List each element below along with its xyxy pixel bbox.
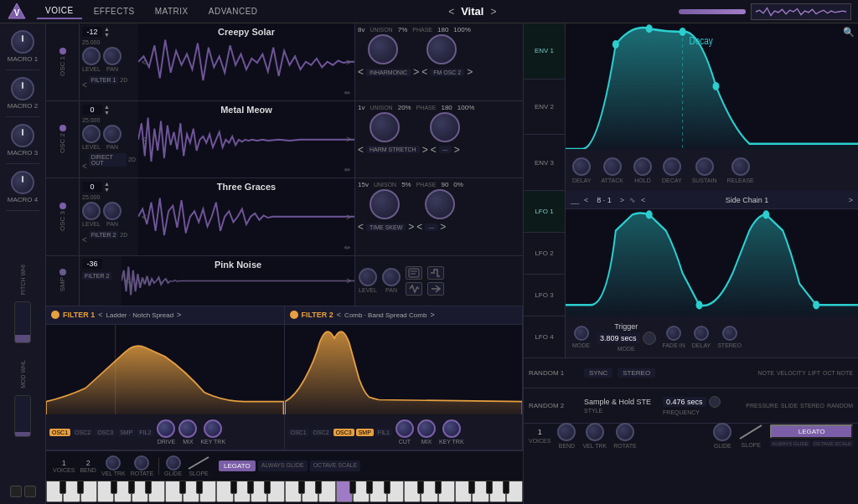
glide-knob[interactable] <box>166 455 181 471</box>
osc1-phase-knob[interactable] <box>426 34 457 64</box>
smp-pitch-val[interactable]: -36 <box>82 259 102 269</box>
lfo-rate-left[interactable]: < <box>584 196 588 204</box>
osc2-enable[interactable] <box>59 125 66 131</box>
piano-key-as4[interactable] <box>503 481 509 494</box>
piano-key-as1[interactable] <box>145 481 152 494</box>
random2-freq-dial[interactable] <box>709 396 721 408</box>
filter2-src-fil1[interactable]: FIL1 <box>375 429 392 436</box>
random1-stereo-btn[interactable]: STEREO <box>618 368 655 378</box>
piano-keyboard[interactable] <box>46 481 523 504</box>
piano-key-cs2[interactable] <box>179 481 186 494</box>
midi-legato-btn[interactable]: LEGATO <box>770 424 853 439</box>
osc2-edit-icon[interactable]: ✏ <box>344 166 351 174</box>
osc3-tag1-left[interactable]: < <box>358 221 364 233</box>
osc3-tag2-right[interactable]: > <box>440 221 446 233</box>
piano-key-ds3[interactable] <box>315 481 322 494</box>
smp-icon3[interactable] <box>427 266 444 280</box>
env-decay-knob[interactable] <box>663 157 681 176</box>
macro1-knob[interactable] <box>11 30 34 54</box>
smp-wave-left[interactable]: < <box>125 276 130 285</box>
osc3-pan-knob[interactable] <box>103 202 121 220</box>
midi-glide-knob[interactable] <box>713 423 731 441</box>
filter2-graph[interactable] <box>285 325 523 415</box>
random1-lift[interactable]: LIFT <box>809 370 820 376</box>
filter2-src-osc2[interactable]: OSC2 <box>311 429 332 436</box>
filter2-cut-knob[interactable] <box>395 419 414 438</box>
midi-slope-icon[interactable] <box>738 424 763 440</box>
lfo-stereo-knob[interactable] <box>722 326 737 341</box>
filter1-type-right[interactable]: > <box>177 311 181 319</box>
piano-key-fs4[interactable] <box>468 481 475 494</box>
osc1-unison-knob[interactable] <box>368 34 398 64</box>
midi-bend-knob[interactable] <box>557 423 576 441</box>
osc1-tag1[interactable]: INHARMONIC <box>366 69 411 76</box>
piano-key-as3[interactable] <box>384 481 390 494</box>
filter1-keytrk-knob[interactable] <box>204 419 222 438</box>
smp-waveform-area[interactable]: Pink Noise < > <box>121 256 355 306</box>
filter1-src-osc3[interactable]: OSC3 <box>95 429 116 436</box>
osc1-wave-left[interactable]: < <box>142 57 147 66</box>
lfo-delay-knob[interactable] <box>694 326 709 341</box>
osc2-pan-knob[interactable] <box>103 125 121 143</box>
osc1-tag2-left[interactable]: < <box>421 66 427 78</box>
lfo3-tab[interactable]: LFO 3 <box>524 275 565 316</box>
midi-veltrk-knob[interactable] <box>586 423 604 441</box>
volume-slider[interactable] <box>679 9 746 14</box>
osc1-filter-tag[interactable]: FILTER 1 <box>89 76 118 84</box>
env-sustain-knob[interactable] <box>695 157 714 176</box>
lfo-chain-left[interactable]: < <box>641 196 645 204</box>
lfo-rate-right[interactable]: > <box>620 196 624 204</box>
bottom-left-btn2[interactable] <box>24 486 36 497</box>
osc1-filter-left[interactable]: < <box>82 80 87 90</box>
filter2-type-right[interactable]: > <box>430 311 434 319</box>
random2-slide[interactable]: SLIDE <box>781 403 798 409</box>
midi-rotate-knob[interactable] <box>616 423 634 441</box>
filter1-enable[interactable] <box>51 311 59 319</box>
env3-tab[interactable]: ENV 3 <box>524 135 565 191</box>
osc3-enable[interactable] <box>59 203 66 209</box>
osc2-tag2[interactable]: --- <box>439 146 452 153</box>
piano-key-ds2[interactable] <box>196 481 203 494</box>
filter1-src-fil2[interactable]: FIL2 <box>137 429 153 436</box>
osc1-tag1-right[interactable]: > <box>413 66 419 78</box>
filter1-graph[interactable] <box>46 325 284 415</box>
env2-tab[interactable]: ENV 2 <box>524 80 565 136</box>
macro2-knob[interactable] <box>11 77 34 100</box>
osc1-tag2[interactable]: FM OSC 2 <box>430 69 464 76</box>
osc1-pan-knob[interactable] <box>103 47 121 65</box>
smp-enable[interactable] <box>59 269 66 275</box>
lfo-wave-icon[interactable]: ⎯⎯ <box>571 196 579 204</box>
osc3-phase-knob[interactable] <box>425 189 455 219</box>
env-search-icon[interactable]: 🔍 <box>843 27 855 38</box>
piano-key-ds4[interactable] <box>435 481 442 494</box>
bottom-left-btn1[interactable] <box>10 486 22 497</box>
lfo-chain-right[interactable]: > <box>849 196 853 204</box>
midi-always-glide[interactable]: ALWAYS GLIDE <box>770 440 810 447</box>
osc2-wave-left[interactable]: < <box>142 135 147 144</box>
piano-key-fs3[interactable] <box>349 481 356 494</box>
filter1-src-osc2[interactable]: OSC2 <box>72 429 93 436</box>
osc2-tag1[interactable]: HARM STRETCH <box>366 146 420 153</box>
osc1-waveform-area[interactable]: Creepy Solar ✏ < > <box>138 23 355 100</box>
osc3-tag1-right[interactable]: > <box>408 221 414 233</box>
osc3-filter-tag[interactable]: FILTER 2 <box>89 231 118 239</box>
osc2-wave-right[interactable]: > <box>346 135 351 144</box>
env-graph[interactable]: Decay 🔍 <box>566 23 858 149</box>
osc3-waveform-area[interactable]: Three Graces ✏ < > <box>138 178 355 255</box>
lfo-freq-dial[interactable] <box>643 332 656 345</box>
piano-key-gs4[interactable] <box>486 481 493 494</box>
piano-key-ds1[interactable] <box>77 481 84 494</box>
smp-wave-right[interactable]: > <box>346 276 351 285</box>
osc2-unison-knob[interactable] <box>370 112 400 142</box>
filter1-type-left[interactable]: < <box>98 311 102 319</box>
osc3-level-knob[interactable] <box>82 202 101 220</box>
osc3-edit-icon[interactable]: ✏ <box>344 244 351 252</box>
bend-val[interactable]: 2 <box>86 459 90 467</box>
rotate-knob[interactable] <box>134 455 149 471</box>
random2-stereo2[interactable]: STEREO <box>800 403 824 409</box>
osc3-tag2-left[interactable]: < <box>416 221 422 233</box>
filter1-src-smp[interactable]: SMP <box>117 429 135 436</box>
osc1-level-knob[interactable] <box>82 47 101 65</box>
tab-voice[interactable]: VOICE <box>37 3 82 19</box>
osc2-level-knob[interactable] <box>82 125 101 143</box>
